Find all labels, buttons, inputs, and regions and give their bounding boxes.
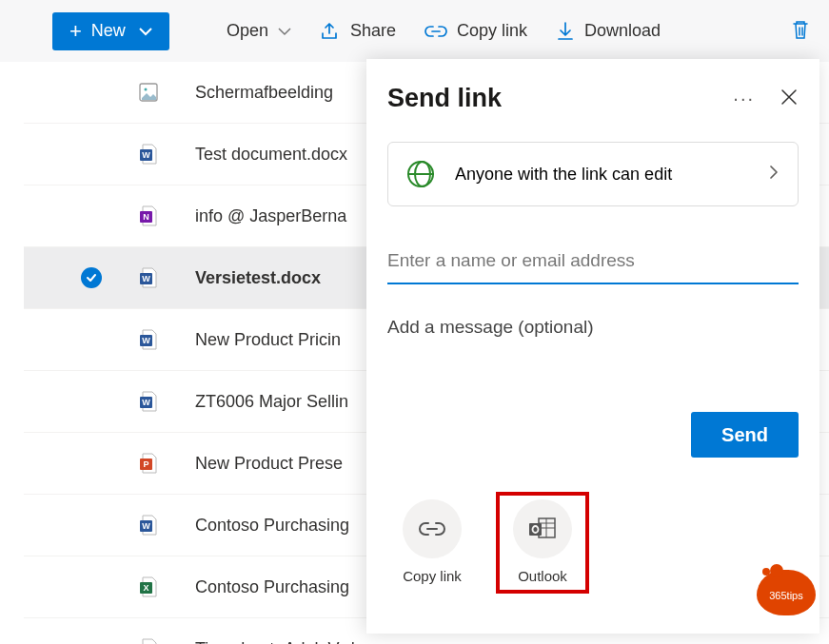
word-file-icon: W [138,513,159,537]
svg-text:W: W [142,398,150,407]
file-name: Test document.docx [195,145,347,165]
panel-title: Send link [387,84,502,113]
toolbar: + New Open Share Copy link Download [0,0,829,62]
open-menu[interactable]: Open [227,21,291,41]
powerpoint-file-icon: P [138,451,159,476]
file-name: New Product Prese [195,454,343,474]
outlook-option-label: Outlook [518,568,567,584]
file-name: Schermafbeelding [195,83,333,103]
outlook-icon [513,499,572,558]
file-name: Versietest.docx [195,268,321,288]
svg-text:W: W [142,274,150,283]
file-name: ZT6006 Major Sellin [195,392,348,412]
svg-point-1 [145,88,148,91]
outlook-option[interactable]: Outlook [496,492,589,594]
file-name: Contoso Purchasing [195,516,349,536]
copylink-button[interactable]: Copy link [424,21,527,41]
recipient-input[interactable] [387,233,799,284]
share-options: Copy link Outlook [395,492,799,594]
open-label: Open [227,21,268,41]
chevron-down-icon [278,21,291,41]
svg-rect-21 [529,523,542,536]
checkmark-icon[interactable] [81,267,102,288]
file-name: Contoso Purchasing [195,577,349,597]
new-button[interactable]: + New [52,12,169,50]
permission-text: Anyone with the link can edit [455,165,748,185]
word-file-icon: W [138,389,159,414]
onenote-file-icon: N [138,204,159,228]
svg-text:W: W [142,521,150,531]
image-file-icon [138,80,159,105]
send-link-panel: Send link ··· Anyone with the link can e… [366,59,819,634]
copylink-label: Copy link [457,21,527,41]
chevron-right-icon [769,165,779,184]
word-file-icon: W [138,265,159,290]
send-button[interactable]: Send [691,412,799,458]
word-file-icon: W [138,142,159,166]
chevron-down-icon [139,21,152,41]
svg-text:P: P [143,459,148,469]
badge-text: 365tips [769,590,802,601]
message-input[interactable] [387,309,799,345]
file-name: New Product Pricin [195,330,341,350]
delete-button[interactable] [791,18,810,45]
new-button-label: New [91,21,126,41]
link-icon [403,499,462,558]
copylink-option[interactable]: Copy link [395,492,469,594]
close-button[interactable] [780,88,799,110]
word-file-icon: W [138,327,159,352]
link-icon [424,23,447,40]
tips-badge: 365tips [757,570,816,615]
excel-file-icon: X [138,575,159,599]
file-name: Timesheet_AdeleV.xlsx [195,639,372,645]
svg-text:N: N [143,212,149,222]
copylink-option-label: Copy link [403,568,462,584]
share-label: Share [350,21,396,41]
globe-icon [407,161,434,187]
download-button[interactable]: Download [556,21,661,42]
share-icon [320,22,341,41]
panel-header: Send link ··· [387,84,799,113]
permission-settings-button[interactable]: Anyone with the link can edit [387,142,799,206]
excel-file-icon: X [138,636,159,644]
download-icon [556,21,575,42]
svg-text:W: W [142,150,150,160]
more-options-button[interactable]: ··· [733,88,755,109]
svg-text:W: W [142,336,150,345]
svg-text:X: X [143,583,148,593]
share-button[interactable]: Share [320,21,396,41]
download-label: Download [584,21,661,41]
file-name: info @ JasperBerna [195,206,346,226]
plus-icon: + [69,19,82,44]
